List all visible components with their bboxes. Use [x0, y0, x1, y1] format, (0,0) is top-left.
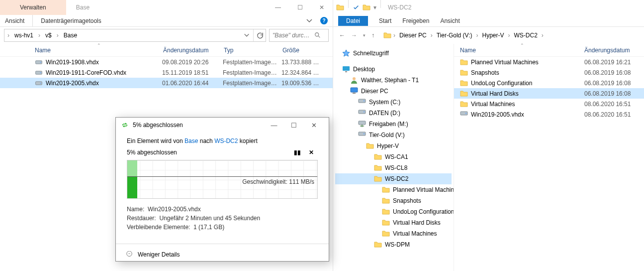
col-size[interactable]: Größe [282, 47, 322, 54]
list-item[interactable]: Snapshots06.08.2019 16:08 [454, 67, 644, 78]
folder-icon [460, 90, 468, 98]
help-icon[interactable]: ? [320, 17, 328, 24]
tree-item[interactable]: Snapshots [335, 195, 452, 206]
breadcrumb-seg[interactable]: Dieser PC [397, 32, 429, 39]
check-icon[interactable] [353, 4, 360, 11]
breadcrumb-seg[interactable]: v$ [43, 32, 54, 39]
tree-item[interactable]: Tier-Gold (V:) [335, 130, 452, 140]
col-type[interactable]: Typ [224, 47, 282, 54]
tree-item[interactable]: Freigaben (M:) [335, 119, 452, 130]
nav-forward-button[interactable]: → [351, 32, 357, 39]
tree-item[interactable]: Schnellzugriff [335, 48, 452, 59]
col-name[interactable]: ⌃Name [460, 47, 584, 54]
breadcrumb[interactable]: › ws-hv1› v$› Base [4, 29, 266, 42]
tree-item-label: Dieser PC [361, 88, 388, 95]
list-item[interactable]: Virtual Machines08.06.2020 16:51 [454, 99, 644, 109]
minimize-button[interactable]: — [264, 122, 284, 129]
breadcrumb-seg[interactable]: Tier-Gold (V:) [435, 32, 474, 39]
nav-history-button[interactable]: ▾ [363, 33, 366, 38]
search-input[interactable] [273, 32, 312, 39]
star-icon [342, 49, 350, 57]
tree-item[interactable]: WS-CA1 [335, 151, 452, 162]
breadcrumb-seg[interactable]: ws-hv1 [12, 32, 35, 39]
tree-item-label: WS-CL8 [385, 164, 407, 171]
list-item[interactable]: Virtual Hard Disks06.08.2019 16:08 [454, 88, 644, 99]
col-date[interactable]: Änderungsdatum [584, 47, 644, 54]
tree-item[interactable]: WS-CL8 [335, 162, 452, 173]
folder-icon [383, 31, 391, 39]
list-item[interactable]: Planned Virtual Machines06.08.2019 16:21 [454, 57, 644, 67]
tree-item[interactable]: System (C:) [335, 97, 452, 108]
tree-item[interactable]: Dieser PC [335, 86, 452, 97]
folder-icon[interactable] [363, 3, 370, 11]
file-name: Win2019-1911-CoreFOD.vhdx [46, 69, 126, 76]
item-name: Win2019-2005.vhdx [471, 111, 524, 118]
file-row[interactable]: Win2019-2005.vhdx01.06.2020 16:44Festpla… [0, 78, 333, 88]
nav-back-button[interactable]: ← [339, 32, 345, 39]
ribbon-tab-start[interactable]: Start [379, 17, 391, 24]
disk-icon [35, 70, 43, 75]
minimize-button[interactable]: — [267, 0, 289, 15]
tree-item[interactable]: WS-DPM [335, 239, 452, 250]
tree-item[interactable]: Walther, Stephan - T1 [335, 75, 452, 86]
title-tab-manage[interactable]: Verwalten [0, 0, 66, 15]
tree-item-label: DATEN (D:) [369, 110, 400, 117]
close-button[interactable]: ✕ [304, 122, 324, 129]
file-type: Festplatten-Image… [223, 59, 281, 66]
nav-up-button[interactable]: ↑ [371, 32, 374, 39]
ribbon-tab-freigeben[interactable]: Freigeben [402, 17, 429, 24]
search-box[interactable] [269, 29, 329, 42]
cancel-copy-button[interactable]: ✕ [305, 148, 318, 156]
maximize-button[interactable]: ☐ [284, 122, 304, 129]
tree-item[interactable]: Virtual Machines [335, 228, 452, 239]
tree-item[interactable]: WS-DC2 [335, 173, 452, 184]
tree-item[interactable]: Virtual Hard Disks [335, 217, 452, 228]
copy-details: Name: Win2019-2005.vhdx Restdauer: Ungef… [127, 205, 318, 232]
breadcrumb-seg[interactable]: Base [62, 32, 79, 39]
chevron-down-icon[interactable] [243, 32, 250, 39]
tree-item[interactable]: Planned Virtual Machines [335, 184, 452, 195]
chevron-down-icon[interactable] [305, 17, 313, 25]
folder-icon [460, 100, 468, 108]
col-name[interactable]: ⌃Name [35, 47, 163, 54]
less-details-button[interactable]: Weniger Details [138, 251, 180, 258]
window-title: WS-DC2 [385, 4, 411, 11]
file-size: 19.009.536 … [281, 80, 321, 87]
folder-icon [460, 79, 468, 87]
ribbon-tab-ansicht[interactable]: Ansicht [5, 17, 24, 24]
folder-icon [382, 208, 390, 216]
file-row[interactable]: Win2019-1908.vhdx09.08.2019 20:26Festpla… [0, 57, 333, 67]
maximize-button[interactable]: ☐ [289, 0, 311, 15]
file-type: Festplatten-Image… [223, 80, 281, 87]
tree-item[interactable]: DATEN (D:) [335, 108, 452, 119]
column-headers: ⌃Name Änderungsdatum [454, 44, 644, 57]
disk-icon [358, 109, 366, 117]
close-button[interactable]: ✕ [311, 0, 333, 15]
breadcrumb[interactable]: › Dieser PC› Tier-Gold (V:)› Hyper-V› WS… [381, 29, 640, 42]
file-row[interactable]: Win2019-1911-CoreFOD.vhdx15.11.2019 18:5… [0, 67, 333, 78]
user-icon [350, 76, 358, 84]
explorer-window-right: ▾ WS-DC2 Datei Start Freigeben Ansicht ←… [333, 0, 644, 271]
tree-item[interactable]: UndoLog Configuration [335, 206, 452, 217]
breadcrumb-seg[interactable]: Hyper-V [480, 32, 506, 39]
pause-button[interactable]: ▮▮ [290, 148, 305, 156]
tree-item[interactable]: Hyper-V [335, 140, 452, 151]
ribbon-tab-ansicht[interactable]: Ansicht [440, 17, 460, 24]
tree-item[interactable]: Desktop [335, 64, 452, 75]
copy-dest-link[interactable]: WS-DC2 [214, 137, 238, 144]
titlebar: Verwalten Base — ☐ ✕ [0, 0, 333, 15]
list-item[interactable]: Win2019-2005.vhdx08.06.2020 16:51 [454, 109, 644, 120]
breadcrumb-seg[interactable]: WS-DC2 [512, 32, 540, 39]
refresh-icon[interactable] [257, 32, 264, 39]
ribbon: Ansicht Datenträgerimagetools ? [0, 15, 333, 27]
col-date[interactable]: Änderungsdatum [163, 47, 224, 54]
tree-item-label: Tier-Gold (V:) [369, 132, 405, 138]
list-item[interactable]: UndoLog Configuration06.08.2019 16:08 [454, 78, 644, 88]
ribbon-tab-imagetools[interactable]: Datenträgerimagetools [41, 17, 101, 24]
chevron-up-icon[interactable] [126, 251, 133, 258]
address-bar: › ws-hv1› v$› Base [0, 27, 333, 44]
ribbon-tab-datei[interactable]: Datei [338, 16, 368, 26]
copy-source-link[interactable]: Base [184, 137, 198, 144]
search-icon [314, 32, 321, 39]
item-date: 06.08.2019 16:21 [584, 59, 631, 66]
